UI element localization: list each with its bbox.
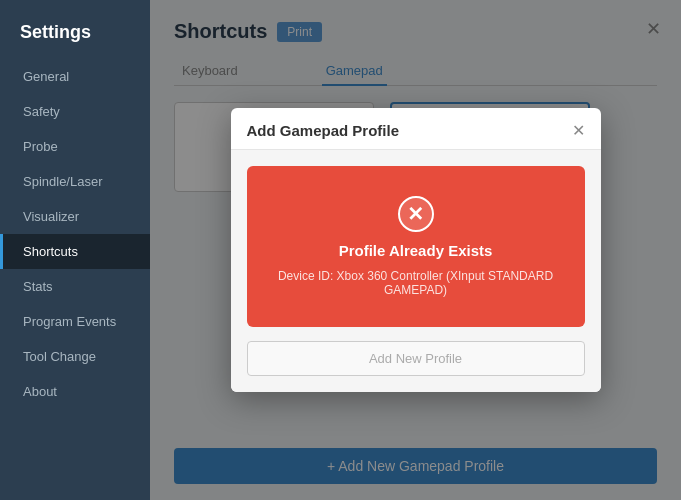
- sidebar-item-program-events[interactable]: Program Events: [0, 304, 150, 339]
- error-box: ✕ Profile Already Exists Device ID: Xbox…: [247, 166, 585, 327]
- sidebar-item-shortcuts[interactable]: Shortcuts: [0, 234, 150, 269]
- sidebar-item-about[interactable]: About: [0, 374, 150, 409]
- sidebar: Settings General Safety Probe Spindle/La…: [0, 0, 150, 500]
- sidebar-item-visualizer[interactable]: Visualizer: [0, 199, 150, 234]
- sidebar-item-probe[interactable]: Probe: [0, 129, 150, 164]
- app-container: 5 Settings General Safety Probe Spindle/…: [0, 0, 681, 500]
- sidebar-item-tool-change[interactable]: Tool Change: [0, 339, 150, 374]
- add-new-profile-button: Add New Profile: [247, 341, 585, 376]
- sidebar-title: Settings: [0, 10, 150, 59]
- modal-header: Add Gamepad Profile ✕: [231, 108, 601, 150]
- modal-title: Add Gamepad Profile: [247, 122, 400, 139]
- modal-backdrop: Add Gamepad Profile ✕ ✕ Profile Already …: [150, 0, 681, 500]
- add-gamepad-profile-modal: Add Gamepad Profile ✕ ✕ Profile Already …: [231, 108, 601, 392]
- error-title: Profile Already Exists: [339, 242, 493, 259]
- modal-close-icon[interactable]: ✕: [572, 123, 585, 139]
- sidebar-item-safety[interactable]: Safety: [0, 94, 150, 129]
- modal-body: ✕ Profile Already Exists Device ID: Xbox…: [231, 150, 601, 392]
- sidebar-item-spindle-laser[interactable]: Spindle/Laser: [0, 164, 150, 199]
- error-icon: ✕: [398, 196, 434, 232]
- sidebar-item-general[interactable]: General: [0, 59, 150, 94]
- error-description: Device ID: Xbox 360 Controller (XInput S…: [267, 269, 565, 297]
- sidebar-item-stats[interactable]: Stats: [0, 269, 150, 304]
- main-content: Shortcuts Print ✕ Keyboard Gamepad ✕ ✕: [150, 0, 681, 500]
